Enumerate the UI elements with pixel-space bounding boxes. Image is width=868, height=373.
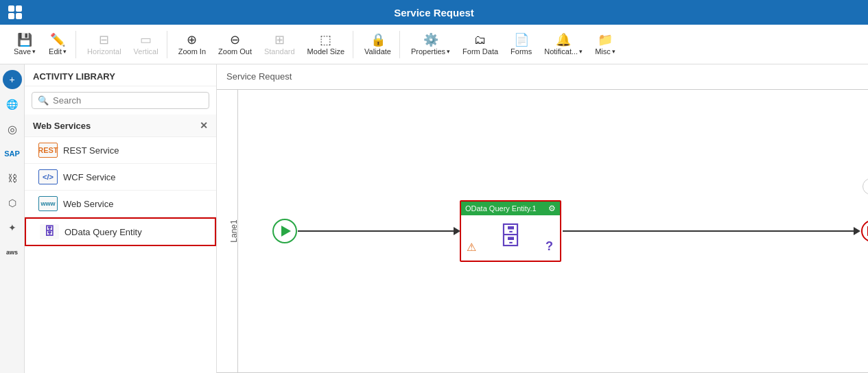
save-icon: 💾 — [17, 34, 32, 46]
canvas-area: Service Request Lane1 OData Query Entity… — [217, 64, 868, 373]
sidebar-icons: + 🌐 ◎ SAP ⛓ ⬡ ✦ aws — [0, 64, 25, 373]
horizontal-button[interactable]: ⊟ Horizontal — [82, 31, 127, 58]
sap-icon: SAP — [4, 149, 20, 158]
rest-service-icon: REST — [38, 143, 58, 158]
zoom-in-button[interactable]: ⊕ Zoom In — [173, 31, 211, 58]
main-layout: + 🌐 ◎ SAP ⛓ ⬡ ✦ aws ACTIVITY LIBRARY 🔍 — [0, 64, 868, 373]
arrow-end — [854, 227, 860, 235]
chain-icon-button[interactable]: ⛓ — [3, 169, 22, 188]
chain-icon: ⛓ — [8, 173, 17, 184]
lane-container: Lane1 OData Query Entity.1 ⚙ 🗄 — [217, 89, 868, 373]
odata-service-icon: 🗄 — [40, 224, 59, 239]
star-icon: ✦ — [8, 222, 16, 233]
toolbar: 💾 Save▾ ✏️ Edit▾ ⊟ Horizontal ▭ Vertical… — [0, 25, 868, 64]
properties-icon: ⚙️ — [423, 34, 438, 46]
zoom-out-button[interactable]: ⊖ Zoom Out — [213, 31, 257, 58]
misc-icon: 📁 — [598, 34, 613, 46]
misc-button[interactable]: 📁 Misc▾ — [589, 31, 621, 58]
eth-icon-button[interactable]: ⬡ — [3, 193, 22, 213]
zoom-out-icon: ⊖ — [230, 34, 240, 46]
flow-line-start — [298, 230, 456, 232]
aws-icon-button[interactable]: aws — [3, 243, 22, 262]
toolbar-group-layout: ⊟ Horizontal ▭ Vertical — [79, 31, 167, 58]
validate-button[interactable]: 🔒 Validate — [359, 31, 397, 58]
target-icon: ◎ — [8, 123, 17, 136]
activity-settings-icon[interactable]: ⚙ — [548, 204, 556, 213]
validate-icon: 🔒 — [371, 34, 386, 46]
zoom-in-icon: ⊕ — [187, 34, 197, 46]
globe-icon-button[interactable]: 🌐 — [3, 95, 22, 114]
activity-node-title: OData Query Entity.1 — [465, 204, 537, 213]
activity-library-title: ACTIVITY LIBRARY — [25, 64, 216, 86]
star-icon-button[interactable]: ✦ — [3, 218, 22, 237]
edit-button[interactable]: ✏️ Edit▾ — [43, 31, 73, 58]
globe-icon: 🌐 — [6, 99, 18, 110]
category-section: Web Services ✕ REST REST Service </> WCF… — [25, 115, 216, 246]
add-icon-button[interactable]: + — [3, 70, 22, 89]
properties-button[interactable]: ⚙️ Properties▾ — [406, 31, 456, 58]
save-button[interactable]: 💾 Save▾ — [8, 31, 41, 58]
app-grid-icon[interactable] — [8, 5, 22, 19]
sap-icon-button[interactable]: SAP — [3, 144, 22, 163]
toolbar-group-validate: 🔒 Validate — [356, 31, 400, 58]
activity-library-panel: ACTIVITY LIBRARY 🔍 Web Services ✕ REST R… — [25, 64, 217, 373]
category-header: Web Services ✕ — [25, 115, 216, 137]
notification-button[interactable]: 🔔 Notificat...▾ — [539, 31, 588, 58]
search-icon: 🔍 — [38, 95, 49, 106]
standard-icon: ⊞ — [274, 34, 285, 46]
web-service-label: Web Service — [63, 199, 113, 209]
toolbar-group-properties: ⚙️ Properties▾ 🗂 Form Data 📄 Forms 🔔 Not… — [403, 31, 624, 58]
standard-button[interactable]: ⊞ Standard — [259, 31, 301, 58]
category-label: Web Services — [33, 121, 91, 131]
odata-service-label: OData Query Entity — [64, 227, 142, 237]
activity-node-body: 🗄 ⚠ ? — [461, 215, 560, 258]
wcf-service-label: WCF Service — [63, 172, 116, 182]
odata-activity-node[interactable]: OData Query Entity.1 ⚙ 🗄 ⚠ ? — [460, 200, 561, 262]
toolbar-group-zoom: ⊕ Zoom In ⊖ Zoom Out ⊞ Standard ⬚ Model … — [170, 31, 353, 58]
form-data-button[interactable]: 🗂 Form Data — [457, 31, 504, 58]
list-item-odata[interactable]: 🗄 OData Query Entity — [25, 217, 216, 246]
forms-icon: 📄 — [514, 34, 529, 46]
rest-service-label: REST Service — [63, 145, 119, 156]
edit-icon: ✏️ — [50, 34, 65, 46]
forms-button[interactable]: 📄 Forms — [505, 31, 537, 58]
horizontal-icon: ⊟ — [99, 34, 109, 46]
model-size-icon: ⬚ — [320, 34, 331, 46]
search-box[interactable]: 🔍 — [32, 92, 209, 109]
flow-line-end — [563, 230, 858, 232]
toolbar-group-save: 💾 Save▾ ✏️ Edit▾ — [5, 31, 76, 58]
activity-question-icon: ? — [546, 239, 553, 254]
list-item-rest[interactable]: REST REST Service — [25, 137, 216, 164]
play-icon — [281, 226, 291, 237]
top-bar: Service Request — [0, 0, 868, 25]
model-size-button[interactable]: ⬚ Model Size — [302, 31, 350, 58]
aws-icon: aws — [6, 249, 18, 256]
category-close-button[interactable]: ✕ — [200, 120, 208, 131]
list-item-web[interactable]: www Web Service — [25, 191, 216, 217]
vertical-icon: ▭ — [140, 34, 152, 46]
search-input[interactable] — [53, 95, 203, 106]
page-title: Service Request — [394, 7, 474, 19]
activity-warning-icon: ⚠ — [467, 241, 476, 254]
start-event[interactable] — [272, 219, 297, 243]
activity-db-icon: 🗄 — [498, 222, 523, 251]
list-item-wcf[interactable]: </> WCF Service — [25, 164, 216, 191]
plus-icon: + — [9, 74, 14, 85]
web-service-icon: www — [38, 196, 58, 211]
target-icon-button[interactable]: ◎ — [3, 119, 22, 139]
eth-icon: ⬡ — [8, 197, 16, 208]
lane-content: OData Query Entity.1 ⚙ 🗄 ⚠ ? — [237, 90, 868, 372]
notification-icon: 🔔 — [556, 34, 571, 46]
form-data-icon: 🗂 — [474, 34, 486, 46]
canvas-title: Service Request — [226, 71, 292, 82]
end-event[interactable] — [861, 220, 868, 242]
wcf-service-icon: </> — [38, 169, 58, 184]
vertical-button[interactable]: ▭ Vertical — [128, 31, 164, 58]
activity-node-header: OData Query Entity.1 ⚙ — [461, 202, 560, 215]
